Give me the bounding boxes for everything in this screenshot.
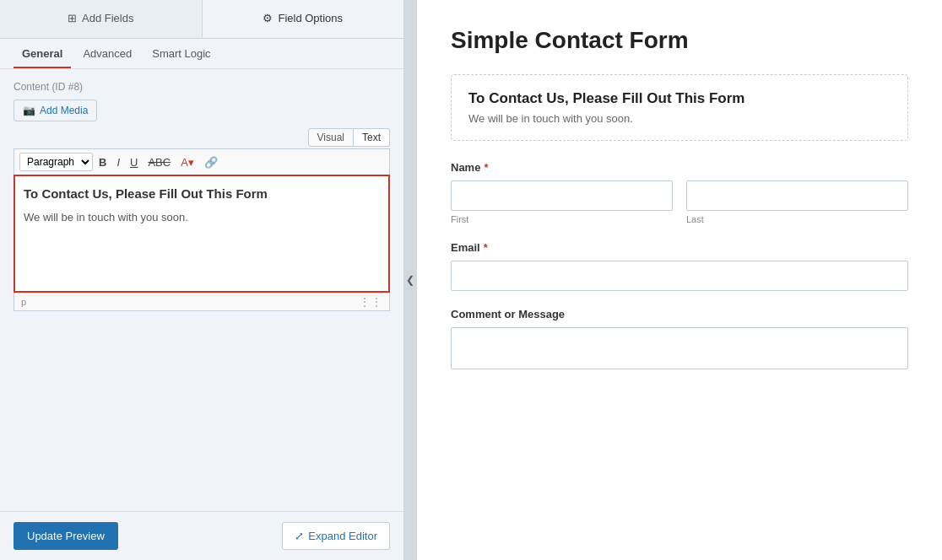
required-star-name: * [484,161,488,174]
italic-button[interactable]: I [112,154,124,170]
name-row: First Last [451,180,908,224]
expand-icon: ⤢ [295,530,304,542]
field-name: Name * First Last [451,161,908,224]
underline-button[interactable]: U [126,154,142,170]
sub-tabs: General Advanced Smart Logic [0,39,403,69]
top-tabs: ⊞ Add Fields ⚙ Field Options [0,0,403,39]
text-color-button[interactable]: A▾ [176,154,198,170]
field-name-label: Name * [451,161,908,174]
right-panel: Simple Contact Form To Contact Us, Pleas… [417,0,942,560]
field-comment: Comment or Message [451,308,908,369]
comment-input[interactable] [451,327,908,369]
name-first-input[interactable] [451,180,673,211]
link-button[interactable]: 🔗 [200,154,222,170]
tab-visual[interactable]: Visual [308,128,354,147]
collapse-arrow[interactable]: ❮ [403,0,417,560]
form-title: Simple Contact Form [451,27,908,54]
grid-icon: ⊞ [68,12,77,24]
update-preview-button[interactable]: Update Preview [14,522,118,550]
editor-toolbar: Paragraph B I U ABC A▾ 🔗 [14,148,390,175]
editor-content-area[interactable]: To Contact Us, Please Fill Out This Form… [14,175,390,293]
left-panel: ⊞ Add Fields ⚙ Field Options General Adv… [0,0,403,560]
tab-field-options[interactable]: ⚙ Field Options [203,0,404,38]
field-email: Email * [451,241,908,291]
editor-statusbar: p ⋮⋮ [14,293,390,311]
bold-button[interactable]: B [95,154,111,170]
tab-add-fields-label: Add Fields [82,12,133,24]
field-comment-label: Comment or Message [451,308,908,320]
name-last-label: Last [686,214,908,224]
editor-heading-text: To Contact Us, Please Fill Out This Form [24,185,380,204]
tab-advanced[interactable]: Advanced [74,39,140,68]
content-area: Content (ID #8) 📷 Add Media Visual Text … [0,69,403,511]
expand-editor-button[interactable]: ⤢ Expand Editor [282,522,390,550]
form-header-sub: We will be in touch with you soon. [468,112,891,125]
resize-handle[interactable]: ⋮⋮ [359,295,382,309]
tab-smart-logic[interactable]: Smart Logic [143,39,219,68]
editor-mode-tabs: Visual Text [14,128,390,147]
field-email-label: Email * [451,241,908,254]
name-last-col: Last [686,180,908,224]
action-buttons: Update Preview ⤢ Expand Editor [0,511,403,560]
tab-add-fields[interactable]: ⊞ Add Fields [0,0,203,38]
name-first-col: First [451,180,673,224]
form-header-heading: To Contact Us, Please Fill Out This Form [468,90,891,107]
tab-text[interactable]: Text [354,128,390,147]
status-bar-tag: p [21,297,26,307]
paragraph-select[interactable]: Paragraph [19,153,93,171]
tab-general[interactable]: General [14,39,71,68]
name-first-label: First [451,214,673,224]
sliders-icon: ⚙ [263,12,273,24]
strikethrough-button[interactable]: ABC [143,154,175,170]
form-header-box: To Contact Us, Please Fill Out This Form… [451,74,908,141]
required-star-email: * [484,241,488,254]
editor-subtext: We will be in touch with you soon. [24,209,380,226]
media-icon: 📷 [23,105,35,116]
field-label: Content (ID #8) [14,81,390,93]
name-last-input[interactable] [686,180,908,211]
email-input[interactable] [451,261,908,291]
add-media-button[interactable]: 📷 Add Media [14,100,97,121]
tab-field-options-label: Field Options [278,12,343,24]
